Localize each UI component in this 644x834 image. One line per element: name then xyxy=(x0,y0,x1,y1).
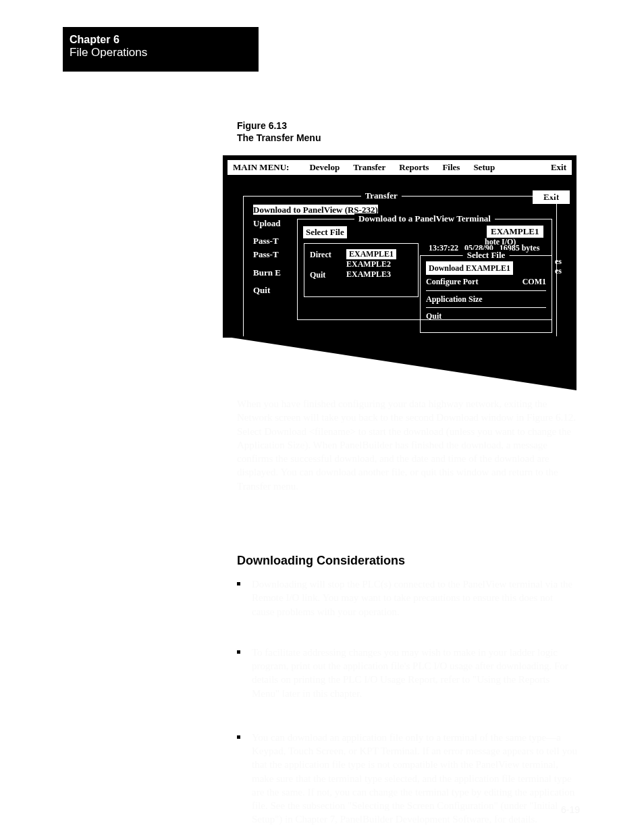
bullet-3-text: You can download an application file onl… xyxy=(252,731,578,827)
transfer-panel-title: Transfer xyxy=(361,190,402,201)
main-menubar: MAIN MENU: Develop Transfer Reports File… xyxy=(227,160,572,175)
page-number: 6-19 xyxy=(561,804,580,815)
file-example1[interactable]: EXAMPLE1 xyxy=(346,249,396,259)
figure-transfer-menu: MAIN MENU: Develop Transfer Reports File… xyxy=(223,155,576,338)
application-size-label[interactable]: Application Size xyxy=(426,292,546,306)
figure-torn-edge xyxy=(223,336,576,390)
bytes-fragment-2: es xyxy=(555,266,562,276)
select-file-quit[interactable]: Quit xyxy=(310,269,331,280)
section-heading: Downloading Considerations xyxy=(237,554,405,568)
download-panel-title: Download to a PanelView Terminal xyxy=(354,213,495,224)
figure-caption: Figure 6.13 The Transfer Menu xyxy=(237,120,321,144)
chapter-subtitle: File Operations xyxy=(70,46,259,59)
bullet-1: Downloading will stop the PLC(s) connect… xyxy=(237,577,578,619)
menu-transfer[interactable]: Transfer xyxy=(353,162,385,173)
chapter-header: Chapter 6 File Operations xyxy=(63,27,259,72)
bullet-2-text: To facilitate addressing changes you may… xyxy=(252,646,578,700)
menu-develop[interactable]: Develop xyxy=(309,162,340,173)
file-list: EXAMPLE1 EXAMPLE2 EXAMPLE3 xyxy=(346,249,396,280)
bytes-fragment-1: es xyxy=(555,257,562,267)
file-info-quit[interactable]: Quit xyxy=(426,309,546,323)
intro-paragraph: When you have finished configuring your … xyxy=(237,397,578,493)
figure-number: Figure 6.13 xyxy=(237,120,321,132)
bullet-icon xyxy=(237,582,240,585)
select-file-value: EXAMPLE1 xyxy=(487,226,543,238)
menu-reports[interactable]: Reports xyxy=(399,162,429,173)
file-time: 13:37:22 xyxy=(429,243,458,253)
file-example2[interactable]: EXAMPLE2 xyxy=(346,259,396,269)
bullet-3: You can download an application file onl… xyxy=(237,731,578,827)
select-file-popup: Direct Quit EXAMPLE1 EXAMPLE2 EXAMPLE3 xyxy=(304,243,419,297)
chapter-title: Chapter 6 xyxy=(70,34,259,46)
bullet-1-text: Downloading will stop the PLC(s) connect… xyxy=(252,577,578,619)
file-info-panel-title: Select File xyxy=(463,250,510,261)
figure-title: The Transfer Menu xyxy=(237,132,321,145)
configure-port-value: COM1 xyxy=(522,275,546,288)
bullet-icon xyxy=(237,650,240,654)
menu-files[interactable]: Files xyxy=(442,162,460,173)
select-file-direct[interactable]: Direct xyxy=(310,249,331,260)
file-info-panel: Select File Download EXAMPLE1 Configure … xyxy=(420,255,552,333)
bullets-list: Downloading will stop the PLC(s) connect… xyxy=(237,577,578,834)
bullet-2: To facilitate addressing changes you may… xyxy=(237,646,578,700)
bullet-icon xyxy=(237,735,240,739)
file-example3[interactable]: EXAMPLE3 xyxy=(346,269,396,280)
select-file-label[interactable]: Select File xyxy=(303,226,347,238)
menubar-title: MAIN MENU: xyxy=(233,162,289,173)
select-file-left-items: Direct Quit xyxy=(310,249,331,280)
menu-exit[interactable]: Exit xyxy=(551,162,566,173)
configure-port-label[interactable]: Configure Port xyxy=(426,277,478,286)
download-selected-button[interactable]: Download EXAMPLE1 xyxy=(426,261,513,275)
menu-setup[interactable]: Setup xyxy=(473,162,495,173)
